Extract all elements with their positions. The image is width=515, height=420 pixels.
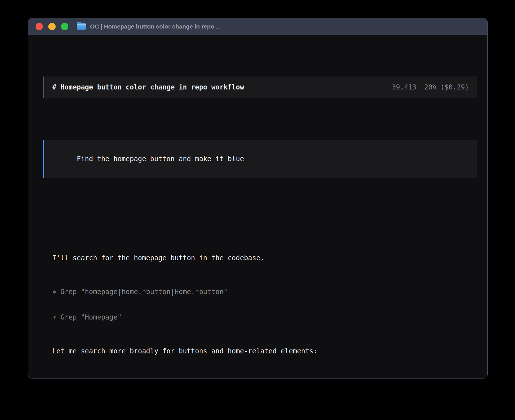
session-header: # Homepage button color change in repo w… <box>43 76 477 98</box>
session-stats: 39,41320%($0.29) <box>392 83 469 91</box>
terminal-window: OC | Homepage button color change in rep… <box>28 18 488 379</box>
assistant-text: I'll search for the homepage button in t… <box>52 254 477 262</box>
session-cost: ($0.29) <box>440 83 469 91</box>
traffic-lights <box>36 23 68 30</box>
minimize-button[interactable] <box>48 23 56 30</box>
context-percent: 20% <box>424 83 436 91</box>
window-title: OC | Homepage button color change in rep… <box>90 23 221 30</box>
window-titlebar[interactable]: OC | Homepage button color change in rep… <box>28 18 487 35</box>
folder-icon[interactable] <box>77 23 86 30</box>
close-button[interactable] <box>36 23 43 30</box>
user-message-text: Find the homepage button and make it blu… <box>77 155 244 163</box>
session-title: # Homepage button color change in repo w… <box>52 83 244 91</box>
token-count: 39,413 <box>392 83 416 91</box>
tool-call-grep: ∗ Grep "Homepage" <box>52 313 477 321</box>
terminal-content: # Homepage button color change in repo w… <box>28 35 487 379</box>
assistant-transcript: I'll search for the homepage button in t… <box>52 237 477 379</box>
user-message: Find the homepage button and make it blu… <box>43 140 477 178</box>
zoom-button[interactable] <box>61 23 68 30</box>
tool-call-grep: ∗ Grep "homepage|home.*button|Home.*butt… <box>52 288 477 296</box>
assistant-text: Let me search more broadly for buttons a… <box>52 347 477 355</box>
